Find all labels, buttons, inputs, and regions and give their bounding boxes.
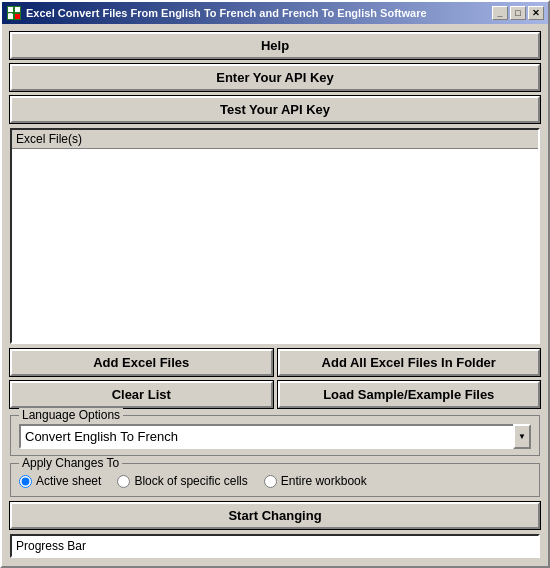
window-controls: _ □ ✕: [492, 6, 544, 20]
file-buttons-row: Add Excel Files Add All Excel Files In F…: [10, 349, 540, 376]
block-cells-radio-label[interactable]: Block of specific cells: [117, 474, 247, 488]
close-button[interactable]: ✕: [528, 6, 544, 20]
apply-changes-radio-group: Active sheet Block of specific cells Ent…: [19, 472, 531, 490]
file-list-container: Excel File(s): [10, 128, 540, 344]
svg-rect-4: [15, 14, 20, 19]
language-options-label: Language Options: [19, 408, 123, 422]
svg-text:E: E: [8, 12, 13, 19]
progress-bar: Progress Bar: [10, 534, 540, 558]
help-button[interactable]: Help: [10, 32, 540, 59]
add-all-excel-files-button[interactable]: Add All Excel Files In Folder: [278, 349, 541, 376]
clear-load-buttons-row: Clear List Load Sample/Example Files: [10, 381, 540, 408]
entire-workbook-label: Entire workbook: [281, 474, 367, 488]
language-options-group: Language Options Convert English To Fren…: [10, 415, 540, 456]
app-icon: E: [6, 5, 22, 21]
window-content: Help Enter Your API Key Test Your API Ke…: [2, 24, 548, 566]
minimize-button[interactable]: _: [492, 6, 508, 20]
enter-api-key-button[interactable]: Enter Your API Key: [10, 64, 540, 91]
title-text: Excel Convert Files From English To Fren…: [26, 7, 427, 19]
file-list-body: [12, 149, 538, 342]
file-list-header: Excel File(s): [12, 130, 538, 149]
active-sheet-radio-label[interactable]: Active sheet: [19, 474, 101, 488]
test-api-key-button[interactable]: Test Your API Key: [10, 96, 540, 123]
load-sample-button[interactable]: Load Sample/Example Files: [278, 381, 541, 408]
apply-changes-label: Apply Changes To: [19, 456, 122, 470]
block-cells-radio[interactable]: [117, 475, 130, 488]
add-excel-files-button[interactable]: Add Excel Files: [10, 349, 273, 376]
restore-button[interactable]: □: [510, 6, 526, 20]
svg-rect-2: [15, 7, 20, 12]
active-sheet-label: Active sheet: [36, 474, 101, 488]
start-changing-button[interactable]: Start Changing: [10, 502, 540, 529]
title-bar: E Excel Convert Files From English To Fr…: [2, 2, 548, 24]
entire-workbook-radio-label[interactable]: Entire workbook: [264, 474, 367, 488]
language-dropdown-container: Convert English To French Convert French…: [19, 424, 531, 449]
main-window: E Excel Convert Files From English To Fr…: [0, 0, 550, 568]
active-sheet-radio[interactable]: [19, 475, 32, 488]
block-cells-label: Block of specific cells: [134, 474, 247, 488]
progress-bar-text: Progress Bar: [16, 539, 86, 553]
apply-changes-group: Apply Changes To Active sheet Block of s…: [10, 463, 540, 497]
entire-workbook-radio[interactable]: [264, 475, 277, 488]
clear-list-button[interactable]: Clear List: [10, 381, 273, 408]
language-dropdown[interactable]: Convert English To French Convert French…: [19, 424, 531, 449]
